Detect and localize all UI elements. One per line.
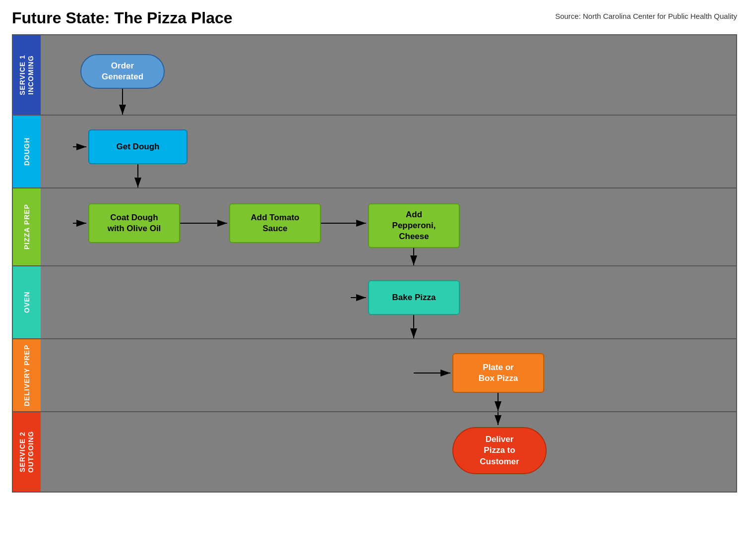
lane-service2-content: Deliver Pizza to Customer	[41, 412, 736, 492]
lane-pizza-prep-content: Coat Dough with Olive Oil Add Tomato Sau…	[41, 188, 736, 265]
lane-service1-content: Order Generated	[41, 35, 736, 115]
lane-service2: SERVICE 2OUTGOING Deliver Pizza to Custo…	[13, 412, 736, 492]
lane-oven-content: Bake Pizza	[41, 266, 736, 338]
lane-pizza-prep: PIZZA PREP Coat Dough with Olive Oil Add…	[13, 188, 736, 266]
lane-delivery-prep-label: DELIVERY PREP	[13, 339, 41, 411]
service2-arrows	[41, 412, 736, 492]
lane-dough-label: DOUGH	[13, 116, 41, 187]
header: Future State: The Pizza Place Source: No…	[12, 9, 737, 27]
plate-box-node: Plate or Box Pizza	[452, 353, 544, 393]
add-pepperoni-node: Add Pepperoni, Cheese	[368, 203, 460, 248]
source-text: Source: North Carolina Center for Public…	[555, 12, 737, 20]
lane-dough-content: Get Dough	[41, 116, 736, 187]
page: Future State: The Pizza Place Source: No…	[0, 0, 749, 560]
lane-dough: DOUGH Get Dough	[13, 116, 736, 188]
lane-oven: OVEN Bake Pizza	[13, 266, 736, 339]
lane-oven-label: OVEN	[13, 266, 41, 338]
get-dough-node: Get Dough	[88, 129, 187, 164]
lane-service1: SERVICE 1INCOMING Order Generated	[13, 35, 736, 116]
order-generated-node: Order Generated	[80, 54, 165, 89]
page-title: Future State: The Pizza Place	[12, 9, 233, 27]
deliver-pizza-node: Deliver Pizza to Customer	[452, 427, 547, 474]
delivery-arrows	[41, 339, 736, 411]
coat-dough-node: Coat Dough with Olive Oil	[88, 203, 180, 243]
add-tomato-node: Add Tomato Sauce	[229, 203, 321, 243]
lane-service1-label: SERVICE 1INCOMING	[13, 35, 41, 115]
lane-service2-label: SERVICE 2OUTGOING	[13, 412, 41, 492]
lane-delivery-prep-content: Plate or Box Pizza	[41, 339, 736, 411]
diagram: SERVICE 1INCOMING Order Generated	[12, 34, 737, 493]
lane-delivery-prep: DELIVERY PREP Plate or Box Pizza	[13, 339, 736, 412]
bake-pizza-node: Bake Pizza	[368, 280, 460, 315]
lane-pizza-prep-label: PIZZA PREP	[13, 188, 41, 265]
